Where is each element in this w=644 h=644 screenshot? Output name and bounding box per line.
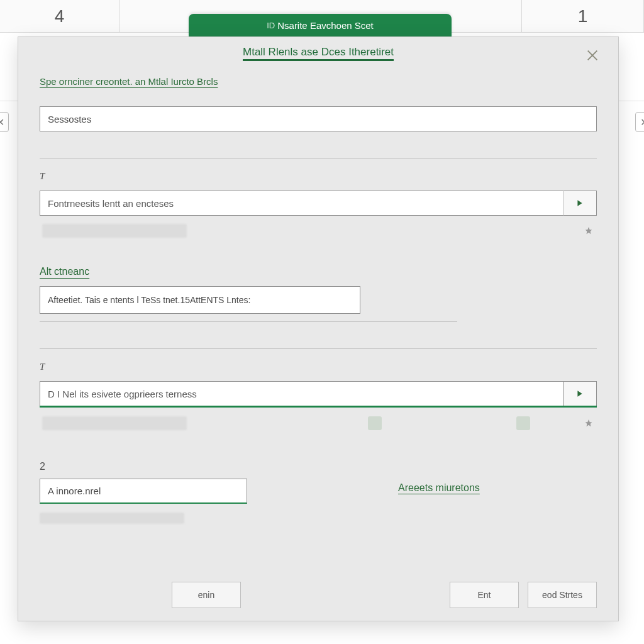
intro-link[interactable]: Spe ornciner creontet. an Mtlal Iurcto B… [40, 76, 597, 87]
section3-combo-input[interactable]: D I Nel its esivete ogprieers terness [40, 381, 597, 406]
section2-input[interactable] [40, 286, 360, 314]
status-chip-1 [368, 416, 382, 430]
status-chip-2 [516, 416, 530, 430]
main-button[interactable]: enin [172, 582, 241, 608]
section4-number: 2 [40, 461, 247, 472]
section3-combo[interactable]: D I Nel its esivete ogprieers terness [40, 381, 597, 408]
section3-label: T [40, 362, 597, 372]
divider [40, 158, 597, 158]
search-input[interactable] [40, 106, 597, 131]
ent-button[interactable]: Ent [450, 582, 519, 608]
section4-ghost [40, 513, 184, 524]
column-header-c[interactable]: 1 [522, 0, 644, 33]
tab-prefix: ID [267, 21, 275, 30]
dialog-footer: enin Ent eod Strtes [40, 582, 597, 608]
tab-label: Nsarite Eavchoen Scet [277, 20, 374, 31]
section3-ghost-row [40, 411, 597, 436]
section1-label: T [40, 171, 597, 182]
chevron-right-icon[interactable] [563, 191, 597, 216]
section4-input[interactable] [40, 479, 247, 504]
active-tab[interactable]: ID Nsarite Eavchoen Scet [189, 14, 452, 36]
pin-icon[interactable] [583, 224, 594, 238]
section2-heading: Alt ctneanc [40, 266, 597, 277]
section1-ghost-row [40, 218, 597, 243]
close-icon[interactable] [583, 46, 602, 65]
section1-combo-input[interactable] [40, 191, 597, 216]
modal-dialog: Mtall Rlenls ase Dces Itheretiret Spe or… [18, 36, 619, 621]
row-handle-left[interactable]: ✕ [0, 112, 9, 132]
chevron-right-icon-2[interactable] [563, 381, 597, 406]
divider-2 [40, 348, 597, 349]
section1-combo[interactable] [40, 191, 597, 216]
dialog-title: Mtall Rlenls ase Dces Itheretiret [40, 46, 597, 58]
side-link[interactable]: Areeets miuretons [398, 482, 480, 494]
section2-rule [40, 321, 457, 322]
save-button[interactable]: eod Strtes [528, 582, 597, 608]
row-handle-right[interactable]: ✕ [635, 112, 644, 132]
column-header-a[interactable]: 4 [0, 0, 119, 33]
pin-icon-2[interactable] [583, 416, 594, 430]
